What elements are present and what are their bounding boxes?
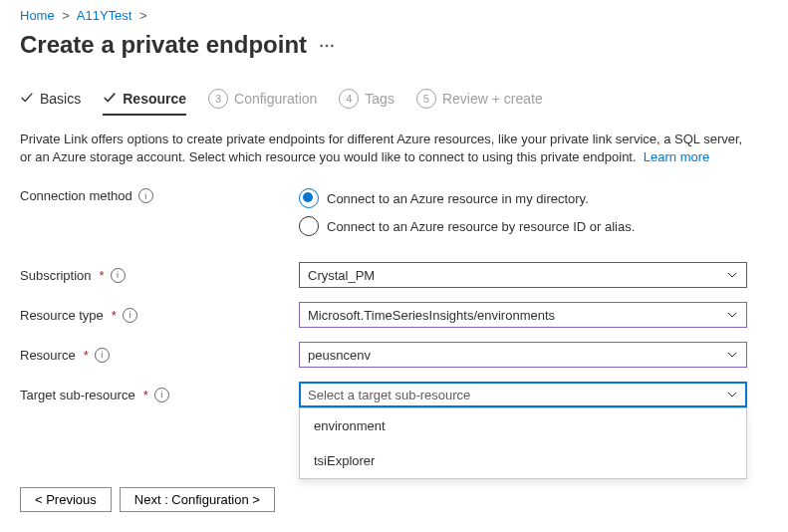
resource-label: Resource* i: [20, 348, 299, 363]
tab-label: Review + create: [442, 91, 543, 107]
resource-type-select[interactable]: Microsoft.TimeSeriesInsights/environment…: [299, 302, 747, 328]
step-number-icon: 3: [208, 89, 228, 109]
next-button[interactable]: Next : Configuration >: [120, 487, 275, 512]
step-number-icon: 5: [416, 89, 436, 109]
select-value: Microsoft.TimeSeriesInsights/environment…: [308, 308, 555, 323]
chevron-down-icon: [726, 269, 738, 281]
tab-label: Basics: [40, 91, 81, 107]
subscription-select[interactable]: Crystal_PM: [299, 262, 747, 288]
info-icon[interactable]: i: [154, 388, 169, 402]
tab-label: Tags: [365, 91, 394, 107]
target-sub-resource-select[interactable]: Select a target sub-resource: [299, 382, 747, 407]
tab-label: Resource: [123, 91, 186, 107]
select-value: Crystal_PM: [308, 268, 375, 283]
chevron-down-icon: [726, 389, 738, 400]
target-sub-resource-label: Target sub-resource* i: [20, 388, 299, 402]
radio-label: Connect to an Azure resource in my direc…: [327, 191, 589, 206]
info-icon[interactable]: i: [111, 268, 126, 283]
radio-connect-resource-id[interactable]: Connect to an Azure resource by resource…: [299, 216, 747, 236]
dropdown-option-environment[interactable]: environment: [300, 408, 746, 443]
tab-resource[interactable]: Resource: [103, 91, 186, 116]
wizard-tabs: Basics Resource 3 Configuration 4 Tags 5…: [20, 89, 768, 117]
info-icon[interactable]: i: [138, 188, 153, 203]
tab-basics[interactable]: Basics: [20, 91, 81, 116]
description-text: Private Link offers options to create pr…: [20, 131, 757, 166]
description-body: Private Link offers options to create pr…: [20, 132, 742, 164]
connection-method-label: Connection method i: [20, 188, 299, 203]
previous-button[interactable]: < Previous: [20, 487, 112, 512]
subscription-label: Subscription* i: [20, 268, 299, 283]
dropdown-option-tsiexplorer[interactable]: tsiExplorer: [300, 443, 746, 478]
breadcrumb-home[interactable]: Home: [20, 8, 55, 23]
breadcrumb: Home > A11YTest >: [20, 8, 768, 23]
chevron-right-icon: >: [62, 8, 70, 23]
radio-label: Connect to an Azure resource by resource…: [327, 219, 635, 234]
tab-review[interactable]: 5 Review + create: [416, 89, 543, 117]
tab-configuration[interactable]: 3 Configuration: [208, 89, 317, 117]
chevron-down-icon: [726, 309, 738, 321]
select-value: peusncenv: [308, 348, 371, 363]
check-icon: [20, 91, 34, 108]
page-title-text: Create a private endpoint: [20, 31, 307, 59]
select-placeholder: Select a target sub-resource: [308, 388, 470, 402]
learn-more-link[interactable]: Learn more: [644, 149, 709, 164]
resource-select[interactable]: peusncenv: [299, 342, 747, 368]
tab-tags[interactable]: 4 Tags: [339, 89, 394, 117]
tab-label: Configuration: [234, 91, 317, 107]
radio-icon: [299, 216, 319, 236]
more-icon[interactable]: ⋯: [319, 36, 337, 55]
check-icon: [103, 91, 117, 108]
info-icon[interactable]: i: [123, 308, 137, 323]
page-title: Create a private endpoint ⋯: [20, 31, 768, 59]
target-sub-resource-dropdown: environment tsiExplorer: [299, 407, 747, 479]
chevron-down-icon: [726, 349, 738, 361]
radio-connect-directory[interactable]: Connect to an Azure resource in my direc…: [299, 188, 747, 208]
radio-icon: [299, 188, 319, 208]
breadcrumb-level1[interactable]: A11YTest: [77, 8, 132, 23]
chevron-right-icon: >: [139, 8, 147, 23]
info-icon[interactable]: i: [95, 348, 110, 363]
resource-type-label: Resource type* i: [20, 308, 299, 323]
step-number-icon: 4: [339, 89, 359, 109]
